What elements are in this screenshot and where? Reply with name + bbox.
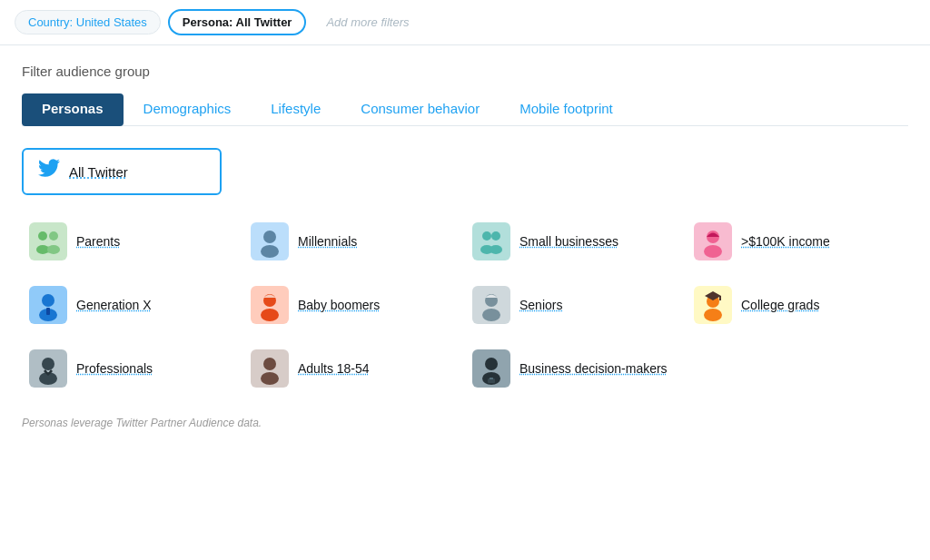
small-businesses-label: Small businesses: [519, 233, 618, 250]
baby-boomers-label: Baby boomers: [298, 297, 380, 313]
add-filters-button[interactable]: Add more filters: [313, 11, 421, 34]
svg-rect-31: [719, 296, 721, 300]
svg-point-16: [704, 245, 722, 258]
income-100k-avatar: [694, 222, 732, 260]
svg-rect-9: [474, 224, 509, 259]
country-filter[interactable]: Country: United States: [15, 10, 161, 34]
tab-demographics[interactable]: Demographics: [124, 93, 252, 126]
svg-point-8: [261, 245, 279, 258]
small-businesses-avatar: [472, 222, 510, 260]
filter-bar: Country: United States Persona: All Twit…: [0, 0, 930, 45]
baby-boomers-avatar: [251, 286, 289, 324]
svg-point-5: [47, 245, 60, 254]
tab-row: Personas Demographics Lifestyle Consumer…: [22, 93, 908, 126]
tab-personas[interactable]: Personas: [22, 93, 124, 126]
generation-x-label: Generation X: [76, 297, 152, 313]
tab-consumer-behavior[interactable]: Consumer behavior: [341, 93, 500, 126]
svg-rect-42: [490, 378, 493, 379]
persona-parents[interactable]: Parents: [22, 211, 243, 271]
svg-point-18: [42, 294, 54, 307]
millennials-avatar: [251, 222, 289, 260]
millennials-label: Millennials: [298, 233, 357, 250]
persona-business-decision-makers[interactable]: Business decision-makers: [465, 339, 687, 398]
svg-point-2: [49, 231, 58, 241]
persona-small-businesses[interactable]: Small businesses: [465, 211, 687, 271]
adults-18-54-label: Adults 18-54: [298, 360, 370, 377]
svg-point-7: [263, 231, 276, 243]
seniors-avatar: [472, 286, 510, 324]
svg-point-4: [36, 245, 49, 254]
footer-note: Personas leverage Twitter Partner Audien…: [22, 417, 908, 429]
svg-point-23: [261, 309, 279, 321]
adults-18-54-avatar: [251, 349, 289, 388]
income-100k-label: >$100K income: [741, 233, 830, 250]
svg-point-13: [490, 245, 502, 254]
business-decision-makers-label: Business decision-makers: [519, 360, 668, 377]
persona-filter[interactable]: Persona: All Twitter: [168, 9, 307, 35]
twitter-bird-icon: [38, 159, 60, 184]
persona-income-100k[interactable]: >$100K income: [687, 211, 908, 271]
parents-label: Parents: [76, 233, 120, 250]
generation-x-avatar: [29, 286, 67, 324]
persona-professionals[interactable]: Professionals: [22, 339, 243, 398]
svg-point-26: [482, 309, 500, 321]
persona-adults-18-54[interactable]: Adults 18-54: [243, 339, 465, 398]
persona-grid: Parents Millennials: [22, 211, 908, 398]
tab-mobile-footprint[interactable]: Mobile footprint: [500, 93, 633, 126]
persona-college-grads[interactable]: College grads: [687, 275, 908, 335]
svg-point-11: [491, 231, 500, 241]
college-grads-label: College grads: [741, 297, 819, 313]
svg-point-39: [485, 358, 498, 370]
svg-point-10: [482, 231, 491, 241]
persona-baby-boomers[interactable]: Baby boomers: [243, 275, 465, 335]
svg-point-37: [261, 372, 279, 385]
svg-rect-0: [31, 224, 65, 259]
business-decision-makers-avatar: [472, 349, 510, 388]
all-twitter-option[interactable]: All Twitter: [22, 148, 222, 195]
college-grads-avatar: [694, 286, 732, 324]
svg-point-33: [42, 358, 54, 370]
persona-millennials[interactable]: Millennials: [243, 211, 465, 271]
parents-avatar: [29, 222, 67, 260]
svg-rect-20: [46, 308, 50, 315]
professionals-label: Professionals: [76, 360, 153, 377]
section-title: Filter audience group: [22, 64, 908, 79]
svg-point-29: [704, 309, 722, 321]
persona-generation-x[interactable]: Generation X: [22, 275, 243, 335]
svg-point-36: [263, 358, 276, 370]
all-twitter-label: All Twitter: [69, 164, 128, 180]
professionals-avatar: [29, 349, 67, 388]
persona-seniors[interactable]: Seniors: [465, 275, 687, 335]
main-content: Filter audience group Personas Demograph…: [0, 45, 930, 447]
tab-lifestyle[interactable]: Lifestyle: [251, 93, 341, 126]
svg-point-1: [38, 231, 47, 241]
seniors-label: Seniors: [519, 297, 562, 313]
